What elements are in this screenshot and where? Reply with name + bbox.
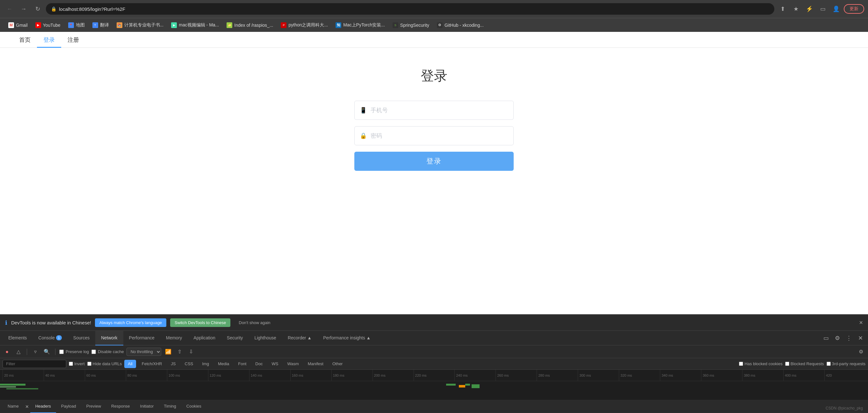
clear-button[interactable]: △ [14, 347, 23, 356]
tab-performance-insights[interactable]: Performance insights ▲ [317, 331, 376, 345]
panel-tab-initiator[interactable]: Initiator [135, 400, 159, 413]
tab-recorder[interactable]: Recorder ▲ [282, 331, 317, 345]
timeline-mark-180: 180 ms [331, 370, 372, 381]
filter-type-wasm[interactable]: Wasm [284, 360, 302, 368]
panel-tab-timing[interactable]: Timing [159, 400, 181, 413]
filter-type-fetch-xhr[interactable]: Fetch/XHR [138, 360, 165, 368]
lock-icon: 🔒 [51, 6, 56, 11]
timeline-mark-20: 20 ms [3, 370, 44, 381]
back-button[interactable]: ← [4, 3, 15, 15]
filter-type-js[interactable]: JS [167, 360, 179, 368]
blocked-requests-checkbox[interactable]: Blocked Requests [785, 361, 824, 366]
dont-show-again-button[interactable]: Don't show again [234, 318, 275, 327]
nav-login[interactable]: 登录 [37, 32, 61, 48]
tab-memory[interactable]: Memory [160, 331, 188, 345]
nav-register[interactable]: 注册 [61, 32, 85, 48]
has-blocked-checkbox[interactable]: Has blocked cookies [739, 361, 782, 366]
index-favicon: 📁 [226, 22, 232, 28]
panel-tab-payload[interactable]: Payload [56, 400, 81, 413]
address-bar[interactable]: 🔒 localhost:8095/login?Rurl=%2F [46, 3, 774, 15]
extensions-button[interactable]: ⚡ [804, 3, 815, 15]
bookmark-mac[interactable]: ▶ mac视频编辑 - Ma... [168, 21, 222, 29]
python-favicon: P [281, 22, 286, 28]
preserve-log-checkbox[interactable]: Preserve log [59, 349, 89, 354]
switch-devtools-button[interactable]: Switch DevTools to Chinese [170, 318, 230, 327]
bookmark-book[interactable]: 📚 计算机专业电子书... [114, 21, 167, 29]
upload-button[interactable]: ⇧ [175, 347, 184, 356]
password-input[interactable] [371, 133, 508, 139]
translate-favicon: T [92, 22, 98, 28]
tab-application[interactable]: Application [188, 331, 221, 345]
tab-sources[interactable]: Sources [67, 331, 95, 345]
filter-type-media[interactable]: Media [215, 360, 232, 368]
tab-security[interactable]: Security [221, 331, 249, 345]
search-button[interactable]: 🔍 [42, 347, 51, 356]
bookmark-youtube[interactable]: ▶ YouTube [32, 21, 64, 29]
filter-type-img[interactable]: Img [199, 360, 212, 368]
timeline-mark-260: 260 ms [496, 370, 537, 381]
tab-console[interactable]: Console 1 [32, 331, 67, 345]
download-button[interactable]: ⇩ [187, 347, 196, 356]
phone-input[interactable] [371, 107, 508, 114]
dock-button[interactable]: ▭ [821, 333, 831, 343]
invert-checkbox[interactable]: Invert [69, 361, 85, 366]
disable-cache-checkbox[interactable]: Disable cache [91, 349, 124, 354]
panel-tab-response[interactable]: Response [106, 400, 135, 413]
update-button[interactable]: 更新 [844, 4, 864, 14]
filter-type-doc[interactable]: Doc [252, 360, 266, 368]
bookmark-label: python之调用科大... [288, 22, 328, 28]
tab-elements[interactable]: Elements [3, 331, 32, 345]
devtools-timeline: 20 ms 40 ms 60 ms 80 ms 100 ms 120 ms 14… [0, 370, 868, 381]
bookmark-button[interactable]: ★ [790, 3, 802, 15]
tab-lighthouse[interactable]: Lighthouse [249, 331, 282, 345]
bookmark-github[interactable]: ⚙ GitHub - xkcoding... [434, 21, 487, 29]
split-button[interactable]: ▭ [817, 3, 829, 15]
bookmark-translate[interactable]: T 翻译 [89, 21, 112, 29]
filter-button[interactable]: ▿ [31, 347, 40, 356]
always-match-button[interactable]: Always match Chrome's language [95, 318, 166, 327]
filter-input[interactable] [3, 360, 66, 368]
bookmark-maps[interactable]: 📍 地图 [65, 21, 88, 29]
settings-button[interactable]: ⚙ [832, 333, 842, 343]
throttle-select[interactable]: No throttling [126, 348, 161, 356]
more-toolbar-button[interactable]: ⚙ [857, 347, 865, 356]
tab-performance[interactable]: Performance [123, 331, 160, 345]
bookmark-python[interactable]: P python之调用科大... [278, 21, 331, 29]
bookmark-index[interactable]: 📁 Index of /raspios_... [223, 21, 276, 29]
svg-rect-0 [0, 384, 26, 386]
panel-tab-cookies[interactable]: Cookies [181, 400, 207, 413]
filter-type-font[interactable]: Font [235, 360, 249, 368]
wifi-button[interactable]: 📶 [164, 347, 173, 356]
record-button[interactable]: ● [3, 347, 11, 356]
more-button[interactable]: ⋮ [844, 333, 854, 343]
devtools-panel: ℹ DevTools is now available in Chinese! … [0, 314, 868, 413]
close-devtools-button[interactable]: ✕ [855, 333, 865, 343]
filter-type-css[interactable]: CSS [182, 360, 196, 368]
reload-button[interactable]: ↻ [32, 3, 43, 15]
svg-rect-1 [0, 386, 16, 387]
filter-type-manifest[interactable]: Manifest [305, 360, 327, 368]
panel-tab-preview[interactable]: Preview [81, 400, 106, 413]
timeline-markers: 20 ms 40 ms 60 ms 80 ms 100 ms 120 ms 14… [3, 370, 865, 381]
bookmark-gmail[interactable]: M Gmail [5, 21, 31, 29]
filter-type-ws[interactable]: WS [268, 360, 281, 368]
login-button[interactable]: 登录 [354, 152, 514, 171]
bookmark-zhihu[interactable]: 知 Mac上PyTorch安装... [332, 21, 388, 29]
share-button[interactable]: ⬆ [777, 3, 788, 15]
page-nav: 首页 登录 注册 [0, 32, 868, 48]
hide-data-urls-checkbox[interactable]: Hide data URLs [87, 361, 122, 366]
profile-button[interactable]: 👤 [830, 3, 842, 15]
filter-type-all[interactable]: All [124, 360, 136, 368]
forward-button[interactable]: → [18, 3, 29, 15]
nav-actions: ⬆ ★ ⚡ ▭ 👤 更新 [777, 3, 864, 15]
notification-close-button[interactable]: × [859, 319, 863, 326]
nav-home[interactable]: 首页 [13, 32, 37, 48]
third-party-checkbox[interactable]: 3rd-party requests [827, 361, 866, 366]
panel-tab-headers[interactable]: Headers [30, 400, 56, 413]
panel-tab-close-x[interactable]: ✕ [24, 404, 30, 409]
bookmark-spring[interactable]: S SpringSecurity [390, 21, 432, 29]
panel-tab-name[interactable]: Name [3, 400, 24, 413]
filter-type-other[interactable]: Other [329, 360, 346, 368]
tab-network[interactable]: Network [95, 331, 123, 345]
mac-favicon: ▶ [171, 22, 177, 28]
